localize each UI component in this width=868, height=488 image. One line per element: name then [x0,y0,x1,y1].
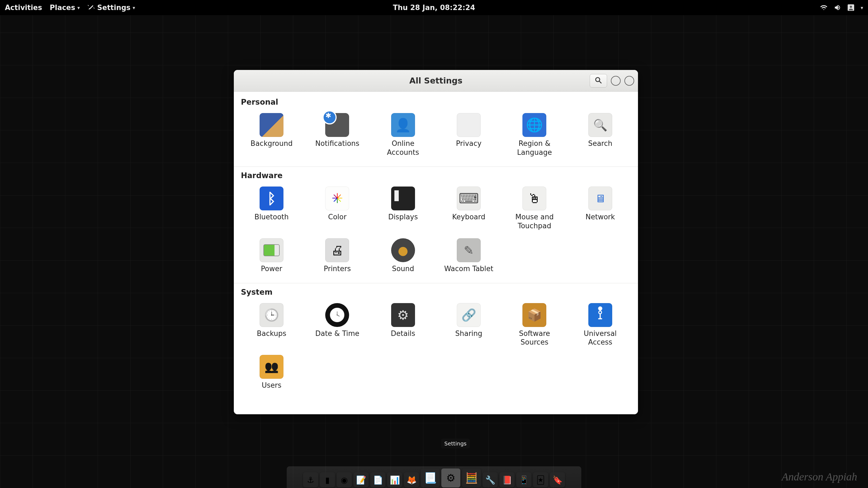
search-panel-icon [588,113,612,137]
volume-icon[interactable] [834,4,841,11]
item-notifications[interactable]: Notifications [305,111,369,159]
item-label: Power [261,264,282,273]
svg-line-3 [599,81,601,83]
sharing-icon [457,303,480,327]
item-privacy[interactable]: Privacy [437,111,500,159]
item-label: Online Accounts [376,139,430,157]
svg-point-2 [596,77,600,82]
item-search[interactable]: Search [568,111,632,159]
chevron-down-icon[interactable]: ▾ [861,5,863,10]
system-grid: Backups Date & Time Details Sharing Soft… [240,299,632,398]
chevron-down-icon: ▾ [133,5,135,10]
item-label: Printers [323,264,351,273]
places-label: Places [50,3,75,12]
dock-item-tool5[interactable]: 🔖 [550,472,565,487]
close-button[interactable] [624,76,634,86]
bluetooth-icon [259,187,283,210]
item-software-sources[interactable]: Software Sources [503,301,566,349]
top-panel: Activities Places ▾ Settings ▾ Thu 28 Ja… [0,0,868,15]
dock-item-calculator[interactable]: 🧮 [462,468,481,487]
dock-item-settings[interactable]: ⚙ [441,468,460,487]
item-keyboard[interactable]: Keyboard [437,184,500,232]
places-menu[interactable]: Places ▾ [50,3,80,12]
dock-item-notes[interactable]: 📝 [353,472,369,487]
item-label: Sound [392,264,414,273]
section-title-personal: Personal [241,98,632,106]
item-printers[interactable]: Printers [305,236,369,275]
item-region-language[interactable]: Region & Language [503,111,566,159]
dock-item-tool4[interactable]: 🃏 [533,472,548,487]
item-label: Date & Time [315,329,360,338]
search-button[interactable] [590,74,607,88]
item-label: Bluetooth [254,213,289,222]
item-displays[interactable]: Displays [371,184,435,232]
divider [234,283,638,283]
minimize-button[interactable] [611,76,621,86]
item-label: Search [588,139,612,148]
dock-item-text-editor[interactable]: 📃 [421,468,440,487]
dock-item-anchor[interactable]: ⚓ [303,472,318,487]
backups-icon [259,303,283,327]
item-backups[interactable]: Backups [240,301,303,349]
settings-icon [87,3,95,12]
item-label: Region & Language [507,139,561,157]
item-sound[interactable]: Sound [371,236,435,275]
wacom-icon [457,238,480,262]
item-details[interactable]: Details [371,301,435,349]
dock-item-doc[interactable]: 📄 [370,472,385,487]
sound-icon [391,238,415,262]
item-online-accounts[interactable]: Online Accounts [371,111,435,159]
svg-point-1 [850,6,852,8]
dock-tooltip: Settings [441,438,470,448]
dock: ⚓▮◉📝📄📊🦊📃⚙🧮🔧📕📱🃏🔖 [287,466,581,488]
item-wacom[interactable]: Wacom Tablet [437,236,500,275]
dock-item-tool3[interactable]: 📱 [516,472,531,487]
wifi-icon[interactable] [820,4,828,11]
item-label: Keyboard [452,213,485,222]
item-label: Sharing [455,329,482,338]
notifications-icon [325,113,349,137]
wallpaper-signature: Anderson Appiah [782,470,857,483]
item-mouse-touchpad[interactable]: Mouse and Touchpad [503,184,566,232]
chevron-down-icon: ▾ [77,5,80,10]
item-bluetooth[interactable]: Bluetooth [240,184,303,232]
item-label: Color [328,213,347,222]
dock-item-firefox[interactable]: 🦊 [404,472,419,487]
item-label: Network [586,213,615,222]
clock-label: Thu 28 Jan, 08:22:24 [393,3,475,12]
item-color[interactable]: Color [305,184,369,232]
displays-icon [391,187,415,210]
item-label: Privacy [456,139,482,148]
item-label: Displays [388,213,418,222]
activities-button[interactable]: Activities [5,3,42,12]
search-icon [594,76,602,86]
background-icon [259,113,283,137]
item-sharing[interactable]: Sharing [437,301,500,349]
item-network[interactable]: Network [568,184,632,232]
item-label: Details [391,329,415,338]
item-label: Software Sources [507,329,561,347]
app-menu[interactable]: Settings ▾ [87,3,135,12]
dock-item-terminal[interactable]: ▮ [320,472,335,487]
hardware-grid: Bluetooth Color Displays Keyboard Mouse … [240,183,632,282]
item-users[interactable]: Users [240,353,303,392]
mouse-touchpad-icon [522,187,546,210]
personal-grid: Background Notifications Online Accounts… [240,109,632,165]
window-title: All Settings [409,76,463,86]
online-accounts-icon [391,113,415,137]
clock[interactable]: Thu 28 Jan, 08:22:24 [393,3,475,12]
date-time-icon [325,303,349,327]
item-power[interactable]: Power [240,236,303,275]
region-language-icon [522,113,546,137]
dock-item-tool2[interactable]: 📕 [499,472,515,487]
universal-access-icon [588,303,612,327]
item-label: Wacom Tablet [444,264,493,273]
user-menu-icon[interactable] [847,4,855,11]
keyboard-icon [457,187,480,210]
item-background[interactable]: Background [240,111,303,159]
item-universal-access[interactable]: Universal Access [568,301,632,349]
item-date-time[interactable]: Date & Time [305,301,369,349]
dock-item-vlc[interactable]: ◉ [337,472,352,487]
dock-item-slides[interactable]: 📊 [387,472,402,487]
dock-item-tool1[interactable]: 🔧 [483,472,498,487]
